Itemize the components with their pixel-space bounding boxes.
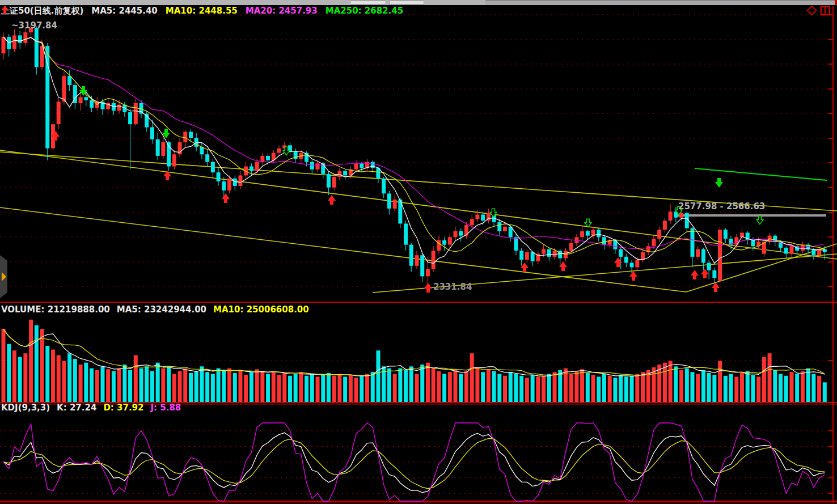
split-window-icon[interactable] xyxy=(821,6,830,15)
corner-toolbar xyxy=(806,6,832,17)
panel-collapse-handle[interactable] xyxy=(0,255,7,298)
ma20-legend: MA20: 2457.93 xyxy=(246,6,318,16)
main-chart-panel[interactable] xyxy=(0,6,837,302)
ma10-legend: MA10: 2448.55 xyxy=(166,6,238,16)
ma5-legend: MA5: 2445.40 xyxy=(91,6,158,16)
kdj-d-value: D: 37.92 xyxy=(103,403,143,413)
volume-ma10: MA10: 25006608.00 xyxy=(213,304,309,315)
kdj-title: KDJ(9,3,3) xyxy=(1,403,50,413)
instrument-title: 上证50(日线.前复权) xyxy=(1,6,83,16)
chart-canvas[interactable] xyxy=(0,0,837,504)
ma250-legend: MA250: 2682.45 xyxy=(325,6,403,16)
diamond-tool-icon[interactable] xyxy=(808,6,817,15)
peak-price-label: ~3197.84 xyxy=(11,20,57,31)
volume-value: VOLUME: 21219888.00 xyxy=(1,304,110,315)
trough-price-label: 2331.84 xyxy=(433,282,472,292)
stock-app-window: 上证50(日线.前复权)MA5: 2445.40MA10: 2448.55MA2… xyxy=(0,0,837,504)
expand-arrow-icon[interactable] xyxy=(2,272,6,281)
gap-range-label: 2577.98 - 2566.63 xyxy=(678,201,765,211)
kdj-panel[interactable] xyxy=(0,403,837,502)
chart-header: 上证50(日线.前复权)MA5: 2445.40MA10: 2448.55MA2… xyxy=(1,6,411,16)
kdj-j-value: J: 5.88 xyxy=(151,403,181,413)
volume-panel[interactable] xyxy=(0,303,837,403)
kdj-k-value: K: 27.24 xyxy=(57,403,96,413)
kdj-header: KDJ(9,3,3)K: 27.24D: 37.92J: 5.88 xyxy=(1,403,188,413)
volume-ma5: MA5: 23242944.00 xyxy=(117,304,206,315)
volume-header: VOLUME: 21219888.00MA5: 23242944.00MA10:… xyxy=(1,304,316,315)
up-arrow-icon xyxy=(1,6,9,14)
